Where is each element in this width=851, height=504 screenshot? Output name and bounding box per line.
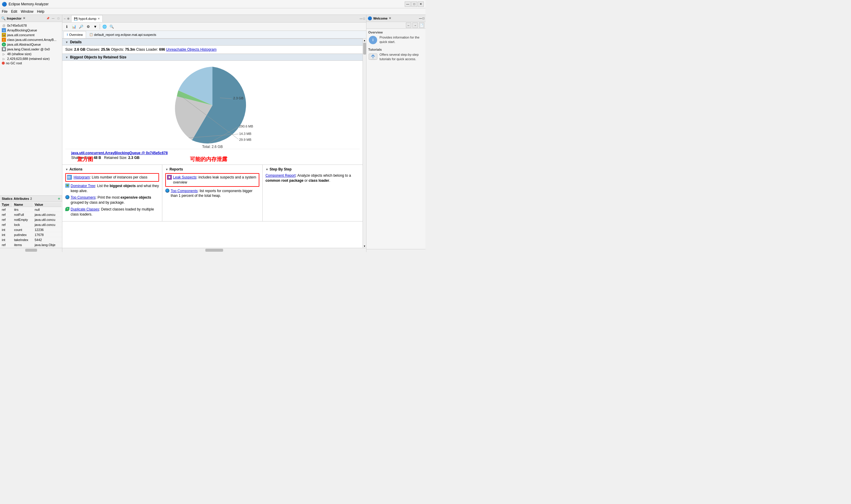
table-row[interactable]: ref notEmpty java.util.concu [1,218,62,222]
topcomponents-link[interactable]: Top Components [171,189,197,193]
row-name: putIndex [13,233,33,237]
domtree-bold: biggest objects [109,184,136,188]
menu-help[interactable]: Help [37,10,45,14]
close-button[interactable]: ✕ [418,1,424,7]
statics-add-btn[interactable]: + [58,196,60,201]
inspector-item-address[interactable]: @ 0x745e5c678 [0,23,62,28]
toolbar-info-btn[interactable]: ℹ [64,23,70,30]
row-value: java.util.concu [34,213,62,217]
dupclasses-link[interactable]: Duplicate Classes [71,207,99,211]
statics-tab-label[interactable]: Statics [2,197,13,200]
inspector-item-classloader[interactable]: 📄 java.lang.ClassLoader @ 0x0 [0,47,62,52]
dump-tab-close[interactable]: ✕ [98,17,100,20]
welcome-back-btn[interactable]: ← [406,22,411,28]
welcome-forward-btn[interactable]: → [413,22,418,28]
dump-tab-icon: 💾 [74,17,77,20]
reports-col-header: ▼ Reports [165,167,259,172]
topconsumers-bold: expensive objects [120,195,151,199]
inspector-tab-close[interactable]: ✕ [23,17,25,20]
table-row[interactable]: int putIndex 17678 [1,233,62,237]
inspector-item-abstract[interactable]: A java.util.AbstractQueue [0,42,62,47]
toolbar-chart-btn[interactable]: 📊 [71,23,77,30]
welcome-cheatsheet-btn[interactable]: 📄 [419,22,424,28]
inspector-tab[interactable]: 🔍 Inspector ✕ [1,16,25,20]
center-maximize[interactable]: □ [363,17,365,20]
welcome-tab[interactable]: 🔵 Welcome ✕ [368,16,391,20]
table-row[interactable]: ref lock java.util.concu [1,223,62,227]
biggest-objects-section-header[interactable]: ▼ Biggest Objects by Retained Size [62,54,363,61]
title-bar-controls[interactable]: — □ ✕ [405,1,424,7]
welcome-minimize[interactable]: — [419,17,422,20]
stepbystep-header-label: Step By Step [270,167,292,172]
attributes-tab-label[interactable]: Attributes [14,197,29,200]
unreachable-link[interactable]: Unreachable Objects Histogram [166,48,216,52]
welcome-maximize[interactable]: □ [422,17,424,20]
inspector-item-pkg[interactable]: 📦 java.util.concurrent [0,33,62,37]
row-value: 17678 [34,233,62,237]
main-tab-dump[interactable]: 💾 hypc4.dump ✕ [71,15,103,22]
inspector-item-queue[interactable]: Q ArrayBlockingQueue [0,28,62,33]
content-scrollbar[interactable]: ▲ ▼ [363,38,366,248]
topconsumers-link[interactable]: Top Consumers [71,195,95,199]
shallow-icon: ▷ [2,52,6,56]
center-minimize[interactable]: — [360,17,363,20]
topconsumers-text2: grouped by class and by package. [71,200,125,204]
inspector-action-pin[interactable]: 📌 [46,16,50,21]
sub-tab-overview[interactable]: ℹ Overview [64,31,86,38]
table-row[interactable]: ref itrs null [1,208,62,212]
statics-header: Statics Attributes 2 + [0,196,62,202]
left-panel-toggle[interactable]: ← [64,17,67,20]
histogram-link[interactable]: Histogram [74,175,90,179]
menu-edit[interactable]: Edit [11,10,17,14]
minimize-button[interactable]: — [405,1,411,7]
overview-text: Provides information for the quick start… [380,35,424,44]
sub-tab-report[interactable]: 📋 default_report org.eclipse.mat.api:sus… [86,31,160,38]
menu-file[interactable]: File [2,10,7,14]
toolbar-search-btn[interactable]: 🔍 [108,23,115,30]
inspector-tab-label: Inspector [7,17,22,20]
componentreport-link[interactable]: Component Report [265,174,296,178]
left-panel-new[interactable]: ⊕ [67,17,69,20]
statics-table: Type Name Value ref itrs null ref notFul… [0,202,62,248]
maximize-button[interactable]: □ [411,1,417,7]
globe-icon: 🌐 [65,195,69,199]
welcome-tab-close[interactable]: ✕ [389,17,391,20]
menu-window[interactable]: Window [21,10,34,14]
inspector-item-shallow[interactable]: ▷ 48 (shallow size) [0,52,62,56]
table-row[interactable]: ref notFull java.util.concu [1,213,62,217]
retained-icon: ▷ [2,57,6,61]
row-type: ref [1,213,13,217]
scroll-up-arrow[interactable]: ▲ [363,38,366,42]
object-name-link[interactable]: java.util.concurrent.ArrayBlockingQueue … [71,151,168,155]
toolbar-globe-btn[interactable]: 🌐 [101,23,108,30]
row-type: ref [1,223,13,227]
inspector-action-maximize[interactable]: □ [56,16,61,21]
overview-icon: i [368,35,378,45]
details-section-header[interactable]: ▼ Details [62,38,363,46]
classloader-label: Class Loader: [136,48,159,52]
col-type: Type [1,202,13,207]
toolbar-settings-btn[interactable]: ⚙ [85,23,91,30]
table-row[interactable]: int takeIndex 5442 [1,238,62,242]
left-scrollbar[interactable] [0,248,62,252]
scroll-down-arrow[interactable]: ▼ [363,244,366,248]
toolbar-dropdown-btn[interactable]: ▼ [92,23,99,30]
shallow-size: 48 B [93,156,101,160]
abstract-icon: A [2,42,6,47]
center-bottom-scrollbar[interactable] [62,248,366,252]
inspector-panel-actions: 📌 — □ [46,16,61,21]
inspector-action-minimize[interactable]: — [51,16,55,21]
leaksuspects-link[interactable]: Leak Suspects [173,175,196,179]
toolbar-find-btn[interactable]: 🔎 [78,23,84,30]
inspector-item-gcroot[interactable]: no GC root [0,61,62,65]
inspector-item-class[interactable]: C class java.util.concurrent.ArrayB... [0,37,62,42]
table-row[interactable]: ref items java.lang.Obje [1,243,62,247]
scroll-thumb[interactable] [363,43,366,55]
welcome-overview-section: Overview i Provides information for the … [368,31,424,45]
domtree-link[interactable]: Dominator Tree [71,184,95,188]
address-icon: @ [2,23,6,28]
table-row[interactable]: int count 12236 [1,228,62,232]
right-panel-scrollbar[interactable] [366,249,426,252]
content-area[interactable]: ▼ Details Size: 2.6 GB Classes: 25.5k Ob… [62,38,363,248]
inspector-item-retained[interactable]: ▷ 2,429,623,688 (retained size) [0,56,62,61]
